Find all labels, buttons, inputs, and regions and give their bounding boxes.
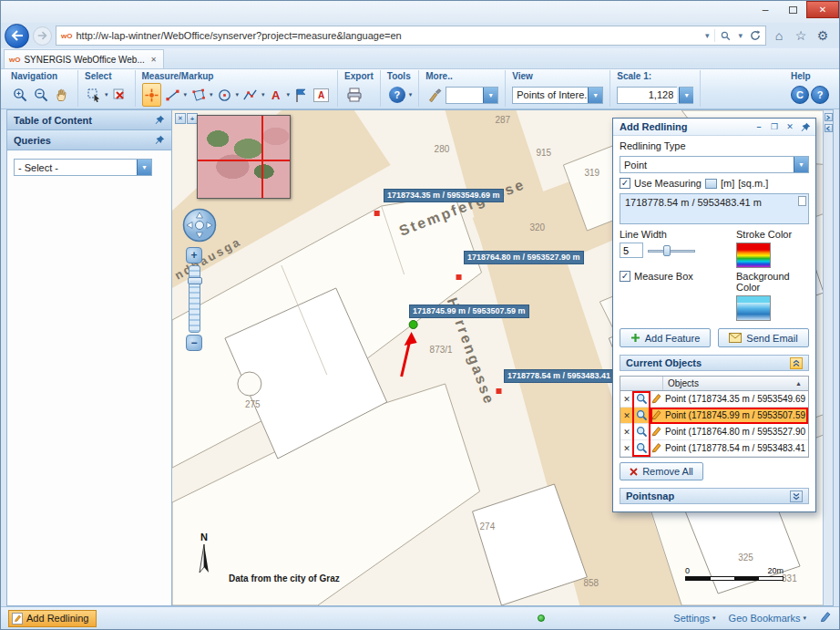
line-width-slider[interactable] [648, 244, 695, 257]
active-mode-chip[interactable]: Add Redlining [8, 610, 97, 627]
tab-synergis-weboffice[interactable]: wO SYNERGIS WebOffice Web... ✕ [4, 49, 164, 68]
objects-table-header[interactable]: Objects ▲ [620, 377, 808, 391]
object-row[interactable]: ✕ Point (1718764.80 m / 5953527.90 m) [620, 424, 808, 440]
edit-object-icon[interactable] [650, 393, 663, 405]
view-combobox[interactable]: Points of Intere... ▼ [512, 87, 603, 104]
label-tool-button[interactable]: A [267, 83, 285, 107]
collapse-panel-button[interactable] [825, 113, 833, 121]
overview-close-button[interactable]: ✕ [175, 113, 186, 124]
close-button[interactable]: ✕ [806, 1, 839, 18]
objects-column-header[interactable]: Objects [663, 378, 795, 388]
forward-button[interactable] [33, 26, 52, 46]
zoom-to-object-icon[interactable] [633, 393, 650, 405]
pan-button[interactable] [53, 83, 71, 107]
measure-distance-button[interactable] [163, 83, 182, 107]
geo-bookmarks-menu[interactable]: Geo Bookmarks ▾ [729, 613, 806, 624]
pin-icon[interactable] [155, 135, 165, 145]
current-objects-header[interactable]: Current Objects [620, 355, 809, 371]
tools-dropdown-icon[interactable]: ▾ [409, 91, 413, 98]
settings-menu[interactable]: Settings ▾ [673, 613, 715, 624]
zoom-in-button[interactable] [11, 83, 30, 107]
delete-object-icon[interactable]: ✕ [620, 411, 633, 420]
measured-coordinate-box[interactable]: 1718778.54 m / 5953483.41 m [620, 193, 809, 224]
zoom-slider-track[interactable] [189, 265, 200, 333]
scale-input[interactable] [617, 87, 677, 104]
measure-profile-button[interactable] [241, 83, 260, 107]
background-color-picker[interactable] [736, 295, 771, 321]
add-feature-button[interactable]: Add Feature [620, 328, 711, 347]
search-dropdown-icon[interactable]: ▾ [736, 31, 744, 40]
minimize-button[interactable]: – [752, 1, 779, 18]
identify-tool-button[interactable]: ? [387, 83, 407, 107]
copy-note-icon[interactable] [798, 196, 806, 206]
query-select[interactable]: - Select - ▼ [14, 159, 152, 176]
edit-session-pencil-icon[interactable] [819, 611, 832, 625]
tab-close-icon[interactable]: ✕ [149, 56, 159, 64]
redlining-type-select[interactable]: Point ▼ [620, 156, 809, 173]
queries-panel-header[interactable]: Queries [7, 130, 171, 150]
expand-section-icon[interactable] [790, 491, 803, 502]
object-row[interactable]: ✕ Point (1718734.35 m / 5953549.69 m) [620, 391, 808, 408]
delete-object-icon[interactable]: ✕ [620, 395, 633, 404]
print-button[interactable] [344, 83, 364, 107]
url-field[interactable]: wO http://w-lap-wintner/WebOffice/synser… [56, 26, 766, 46]
zoom-slider-in-button[interactable]: + [186, 247, 202, 263]
select-dropdown-icon[interactable]: ▾ [105, 91, 108, 98]
background-color-gradient[interactable] [737, 303, 770, 320]
scale-dropdown-arrow-icon[interactable]: ▼ [679, 88, 693, 103]
line-width-input[interactable] [620, 243, 643, 258]
send-email-button[interactable]: Send Email [718, 328, 809, 347]
pointsnap-header[interactable]: Pointsnap [620, 488, 809, 504]
select-tool-button[interactable] [85, 83, 103, 107]
measure-distance-dropdown-icon[interactable]: ▾ [184, 91, 188, 98]
measure-area-dropdown-icon[interactable]: ▾ [210, 91, 213, 98]
sort-ascending-icon[interactable]: ▲ [795, 380, 808, 387]
url-text[interactable]: http://w-lap-wintner/WebOffice/synserver… [76, 30, 699, 41]
redlining-type-arrow-icon[interactable]: ▼ [794, 157, 808, 172]
delete-object-icon[interactable]: ✕ [620, 444, 633, 453]
expand-panel-button[interactable] [825, 124, 833, 132]
edit-object-icon[interactable] [650, 442, 663, 454]
measure-box-checkbox[interactable]: ✓ [620, 271, 630, 282]
measure-profile-dropdown-icon[interactable]: ▾ [261, 91, 265, 98]
title-bar[interactable]: – ✕ [1, 1, 839, 23]
url-dropdown-icon[interactable]: ▾ [703, 31, 712, 40]
flag-marker-button[interactable] [292, 83, 310, 107]
clear-selection-button[interactable] [110, 83, 128, 107]
edit-object-icon[interactable] [650, 426, 663, 438]
label-tool-dropdown-icon[interactable]: ▾ [287, 91, 291, 98]
use-measuring-checkbox[interactable]: ✓ [620, 178, 630, 189]
scale-dropdown[interactable]: ▼ [679, 87, 693, 104]
pan-compass[interactable] [181, 207, 218, 245]
zoom-slider-handle[interactable] [188, 277, 202, 284]
zoom-out-button[interactable] [32, 83, 51, 107]
zoom-to-object-icon[interactable] [633, 409, 650, 421]
settings-gear-icon[interactable]: ⚙ [814, 28, 832, 43]
home-icon[interactable]: ⌂ [770, 28, 788, 43]
pin-icon[interactable] [155, 115, 165, 125]
maximize-button[interactable] [779, 1, 806, 18]
zoom-to-object-icon[interactable] [633, 426, 650, 438]
collapse-section-icon[interactable] [790, 357, 803, 369]
panel-minimize-icon[interactable]: – [753, 120, 765, 133]
more-tools-button[interactable] [425, 83, 444, 107]
panel-restore-icon[interactable]: ❐ [768, 120, 781, 133]
slider-handle[interactable] [663, 245, 671, 256]
panel-pin-icon[interactable] [799, 120, 812, 133]
stroke-color-picker[interactable] [736, 243, 771, 268]
help-button[interactable]: ? [811, 86, 829, 104]
refresh-icon[interactable] [748, 30, 763, 41]
panel-close-icon[interactable]: ✕ [784, 120, 796, 133]
measure-area-button[interactable] [189, 83, 208, 107]
search-icon[interactable] [719, 31, 732, 41]
more-combobox-arrow-icon[interactable]: ▼ [483, 88, 497, 103]
map-viewport[interactable]: 287 280 915 319 320 873/1 275 274 858 32… [172, 109, 834, 606]
zoom-slider-out-button[interactable]: − [186, 335, 202, 351]
query-select-arrow-icon[interactable]: ▼ [137, 160, 151, 175]
selected-point-marker[interactable] [409, 321, 417, 329]
back-button[interactable] [5, 24, 29, 48]
overview-map[interactable] [197, 115, 291, 199]
object-row[interactable]: ✕ Point (1718778.54 m / 5953483.41 m) [620, 440, 808, 457]
measure-circle-button[interactable] [215, 83, 234, 107]
toc-panel-header[interactable]: Table of Content [7, 110, 171, 130]
